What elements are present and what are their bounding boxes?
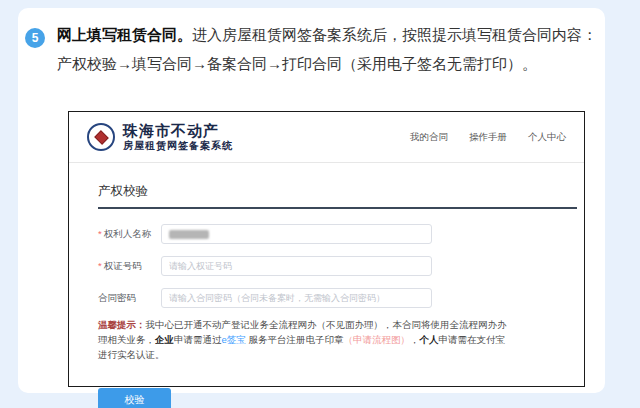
step-paragraph: 网上填写租赁合同。进入房屋租赁网签备案系统后，按照提示填写租赁合同内容：产权校验… [57, 20, 597, 78]
site-title-block: 珠海市不动产 房屋租赁网签备案系统 [123, 123, 233, 152]
contract-password-input[interactable] [161, 288, 432, 308]
required-asterisk: * [98, 228, 102, 239]
embedded-screenshot: 珠海市不动产 房屋租赁网签备案系统 我的合同 操作手册 个人中心 产权校验 *权… [68, 111, 585, 387]
nav-item-my-contracts[interactable]: 我的合同 [410, 131, 448, 144]
site-logo-icon [87, 123, 115, 151]
rights-holder-name-label: *权利人名称 [98, 228, 161, 241]
section-divider [98, 207, 577, 209]
step-number-badge: 5 [25, 28, 45, 48]
warm-tip: 温馨提示：我中心已开通不动产登记业务全流程网办（不见面办理），本合同将使用全流程… [98, 317, 512, 362]
emblem-icon [94, 130, 108, 144]
content-card: 5 网上填写租赁合同。进入房屋租赁网签备案系统后，按照提示填写租赁合同内容：产权… [18, 8, 605, 393]
step-title: 网上填写租赁合同。 [57, 26, 192, 43]
certificate-number-input[interactable] [161, 256, 432, 276]
header-nav: 我的合同 操作手册 个人中心 [410, 131, 566, 144]
site-subtitle: 房屋租赁网签备案系统 [123, 140, 233, 152]
nav-item-personal-center[interactable]: 个人中心 [528, 131, 566, 144]
form-row-certificate-number: *权证号码 [98, 256, 584, 276]
application-flow-chart-link[interactable]: （申请流程图） [343, 334, 410, 345]
property-verification-form: 产权校验 *权利人名称 *权证号码 合同密码 温馨提示：我中心已开通不动产登记业… [69, 163, 584, 408]
form-row-rights-holder: *权利人名称 [98, 224, 584, 244]
section-title: 产权校验 [98, 183, 584, 200]
redacted-value [169, 230, 209, 239]
contract-password-label: 合同密码 [98, 292, 161, 305]
required-asterisk: * [98, 260, 102, 271]
site-header: 珠海市不动产 房屋租赁网签备案系统 我的合同 操作手册 个人中心 [69, 112, 584, 163]
rights-holder-name-input[interactable] [161, 224, 432, 244]
esign-link[interactable]: e签宝 [222, 334, 246, 345]
tip-label: 温馨提示： [98, 319, 146, 330]
form-row-contract-password: 合同密码 [98, 288, 584, 308]
verify-button[interactable]: 校验 [98, 388, 171, 408]
site-title: 珠海市不动产 [123, 123, 233, 140]
step-number: 5 [32, 31, 39, 45]
certificate-number-label: *权证号码 [98, 260, 161, 273]
nav-item-operation-manual[interactable]: 操作手册 [469, 131, 507, 144]
